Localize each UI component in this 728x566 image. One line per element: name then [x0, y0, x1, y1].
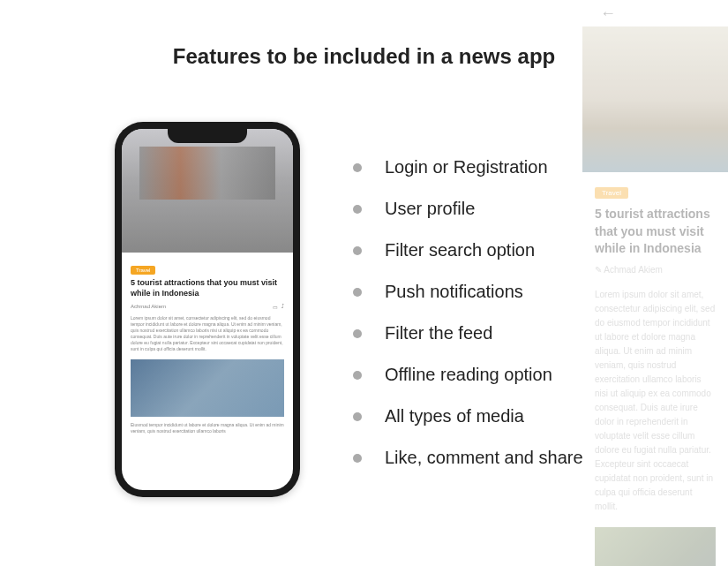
category-tag: Travel: [131, 266, 155, 275]
bullet-icon: [353, 246, 362, 255]
side-inline-image: [595, 527, 716, 566]
side-hero-image: [582, 26, 728, 172]
feature-text: User profile: [385, 199, 475, 219]
back-icon[interactable]: ←: [600, 4, 616, 23]
article-title: 5 tourist attractions that you must visi…: [131, 278, 284, 298]
bullet-icon: [353, 163, 362, 172]
list-item: Filter the feed: [353, 323, 583, 343]
feature-text: Login or Registration: [385, 157, 548, 177]
bullet-icon: [353, 329, 362, 338]
article-body-1: Lorem ipsum dolor sit amet, consectetur …: [131, 315, 284, 352]
bullet-icon: [353, 205, 362, 214]
side-preview-panel: ← Travel 5 tourist attractions that you …: [582, 0, 728, 566]
bullet-icon: [353, 454, 362, 463]
feature-text: Push notifications: [385, 282, 523, 302]
bullet-icon: [353, 288, 362, 297]
list-item: Push notifications: [353, 282, 583, 302]
phone-notch: [168, 129, 247, 143]
list-item: User profile: [353, 199, 583, 219]
phone-screen: Travel 5 tourist attractions that you mu…: [122, 129, 293, 490]
feature-text: Like, comment and share: [385, 448, 583, 468]
bullet-icon: [353, 412, 362, 421]
article-action-icons: ▭ ⤴: [273, 304, 284, 310]
side-content: Travel 5 tourist attractions that you mu…: [582, 172, 728, 566]
side-author: ✎ Achmad Akiem: [595, 265, 716, 275]
bullet-icon: [353, 371, 362, 380]
list-item: Filter search option: [353, 240, 583, 260]
article-body-2: Eiusmod tempor incididunt ut labore et d…: [131, 422, 284, 434]
feature-text: Offline reading option: [385, 365, 552, 385]
list-item: All types of media: [353, 406, 583, 426]
share-icon: ⤴: [281, 304, 284, 310]
phone-content: Travel 5 tourist attractions that you mu…: [122, 253, 293, 441]
page-title: Features to be included in a news app: [82, 44, 647, 69]
side-body-1: Lorem ipsum dolor sit amet, consectetur …: [595, 288, 716, 514]
phone-mockup: Travel 5 tourist attractions that you mu…: [115, 122, 300, 497]
feature-text: Filter search option: [385, 240, 535, 260]
side-article-title: 5 tourist attractions that you must visi…: [595, 206, 716, 258]
list-item: Like, comment and share: [353, 448, 583, 468]
article-inline-image: [131, 359, 284, 417]
author-name: Achmad Akiem: [131, 304, 166, 310]
feature-text: Filter the feed: [385, 323, 492, 343]
bookmark-icon: ▭: [273, 304, 278, 310]
list-item: Login or Registration: [353, 157, 583, 177]
article-meta: Achmad Akiem ▭ ⤴: [131, 304, 284, 310]
features-list: Login or Registration User profile Filte…: [353, 122, 583, 489]
side-category-tag: Travel: [595, 187, 628, 199]
hero-image: [122, 129, 293, 253]
feature-text: All types of media: [385, 406, 524, 426]
list-item: Offline reading option: [353, 365, 583, 385]
